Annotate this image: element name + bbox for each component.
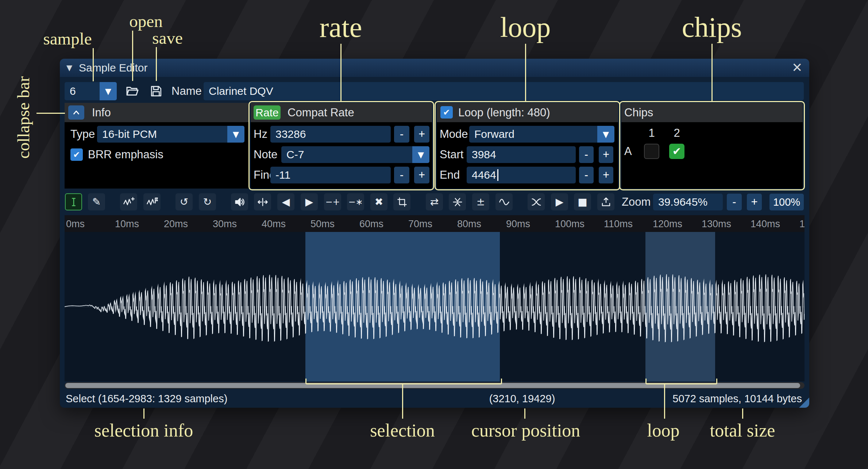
loop-enable-checkbox[interactable]: ✔ bbox=[440, 106, 453, 119]
redo-button[interactable]: ↻ bbox=[199, 193, 216, 210]
chips-panel: Chips 1 2 A ✔ bbox=[621, 103, 803, 189]
timeline-label: 20ms bbox=[164, 218, 188, 230]
rate-panel-title: Compat Rate bbox=[288, 103, 354, 122]
collapse-bar-button[interactable] bbox=[68, 105, 84, 120]
scrollbar-thumb[interactable] bbox=[65, 383, 800, 388]
redo-icon: ↻ bbox=[203, 196, 212, 208]
play-icon: ▶ bbox=[556, 196, 564, 208]
timeline-label: 50ms bbox=[310, 218, 335, 230]
draw-tool-button[interactable]: ✎ bbox=[88, 193, 105, 210]
sign-button[interactable]: ± bbox=[472, 193, 489, 210]
fine-input-value: -11 bbox=[275, 169, 290, 181]
zoom-reset-button[interactable]: 100% bbox=[769, 194, 804, 210]
zoom-plus-button[interactable]: + bbox=[747, 194, 762, 210]
resize-grip[interactable] bbox=[799, 398, 809, 408]
info-panel-title: Info bbox=[92, 103, 111, 122]
delete-button[interactable]: ✖ bbox=[370, 193, 387, 210]
fine-plus-button[interactable]: + bbox=[414, 167, 429, 183]
annotation-chips: chips bbox=[682, 11, 742, 44]
fade-in-button[interactable]: ◀ bbox=[277, 193, 294, 210]
amplify-button[interactable] bbox=[231, 193, 248, 210]
chip-1-checkbox[interactable] bbox=[644, 144, 659, 159]
fine-minus-button[interactable]: - bbox=[394, 167, 409, 183]
loop-start-minus-button[interactable]: - bbox=[579, 146, 594, 163]
annotation-total-size: total size bbox=[710, 420, 775, 441]
zoom-input[interactable]: 39.9645% bbox=[653, 194, 723, 210]
waveform-canvas[interactable] bbox=[65, 232, 805, 381]
chevron-down-icon[interactable]: ▼ bbox=[100, 82, 117, 100]
zoom-minus-button[interactable]: - bbox=[727, 194, 742, 210]
loop-end-input[interactable]: 4464 bbox=[467, 167, 576, 183]
chips-panel-title: Chips bbox=[624, 103, 653, 122]
fade-out-button[interactable]: ▶ bbox=[301, 193, 318, 210]
timeline-label: 90ms bbox=[506, 218, 530, 230]
hz-input[interactable]: 33286 bbox=[270, 126, 391, 143]
horizontal-scrollbar[interactable] bbox=[65, 382, 805, 389]
annotation-line bbox=[93, 48, 94, 81]
type-label: Type bbox=[70, 126, 95, 143]
note-dropdown[interactable]: C-7 ▼ bbox=[281, 146, 429, 163]
name-input[interactable]: Clarinet DQV bbox=[204, 82, 804, 100]
rate-mode-button[interactable]: Rate bbox=[254, 105, 281, 120]
upload-button[interactable] bbox=[597, 193, 614, 210]
annotation-loop-bottom: loop bbox=[647, 420, 680, 441]
hz-minus-button[interactable]: - bbox=[394, 126, 409, 143]
play-button[interactable]: ▶ bbox=[551, 193, 568, 210]
invert-button[interactable] bbox=[449, 193, 466, 210]
sign-icon: ± bbox=[477, 196, 485, 208]
type-dropdown[interactable]: 16-bit PCM ▼ bbox=[97, 126, 244, 143]
loop-panel-header: ✔ Loop (length: 480) bbox=[437, 103, 618, 122]
chevron-down-icon[interactable]: ▼ bbox=[227, 126, 244, 143]
apply-silence-button[interactable]: −∗ bbox=[347, 193, 364, 210]
sample-selector[interactable]: 6 ▼ bbox=[65, 82, 117, 100]
normalize-button[interactable] bbox=[254, 193, 271, 210]
chevron-up-icon bbox=[72, 108, 81, 117]
upload-icon bbox=[601, 197, 612, 208]
annotation-line bbox=[402, 384, 403, 419]
loop-start-plus-button[interactable]: + bbox=[599, 146, 613, 163]
timeline-label: 140ms bbox=[751, 218, 780, 230]
loop-panel: ✔ Loop (length: 480) Mode Forward ▼ Star… bbox=[437, 103, 618, 189]
filter-button[interactable] bbox=[495, 193, 513, 210]
resample-button[interactable] bbox=[143, 193, 161, 210]
fine-input[interactable]: -11 bbox=[270, 167, 391, 183]
close-icon[interactable]: × bbox=[792, 59, 802, 76]
chip-column-2-label: 2 bbox=[669, 126, 684, 140]
loop-start-input[interactable]: 3984 bbox=[467, 146, 576, 163]
brr-emphasis-checkbox[interactable]: ✔ bbox=[70, 148, 83, 161]
stop-button[interactable]: ■ bbox=[574, 193, 591, 210]
crossfade-button[interactable] bbox=[528, 193, 545, 210]
timeline-label: 60ms bbox=[359, 218, 383, 230]
window-title: Sample Editor bbox=[79, 59, 147, 77]
hz-plus-button[interactable]: + bbox=[414, 126, 429, 143]
insert-silence-button[interactable]: −+ bbox=[324, 193, 341, 210]
titlebar[interactable]: ▼ Sample Editor × bbox=[60, 59, 809, 77]
loop-end-plus-button[interactable]: + bbox=[599, 167, 613, 183]
annotation-selection-info: selection info bbox=[94, 420, 193, 441]
chevron-down-icon[interactable]: ▼ bbox=[412, 146, 429, 163]
window-collapse-icon[interactable]: ▼ bbox=[66, 59, 72, 77]
pencil-icon: ✎ bbox=[92, 196, 101, 208]
annotation-loop: loop bbox=[500, 11, 551, 44]
timeline-label: 100ms bbox=[555, 218, 585, 230]
info-panel-header: Info bbox=[65, 103, 250, 122]
filter-sine-icon bbox=[499, 197, 510, 208]
select-tool-button[interactable] bbox=[65, 193, 82, 210]
insert-silence-icon: −+ bbox=[325, 197, 340, 207]
timeline-ruler[interactable]: 0ms10ms20ms30ms40ms50ms60ms70ms80ms90ms1… bbox=[65, 215, 805, 232]
loop-mode-dropdown[interactable]: Forward ▼ bbox=[469, 126, 614, 143]
annotation-line bbox=[36, 113, 65, 114]
fade-in-icon: ◀ bbox=[282, 196, 290, 208]
resize-button[interactable] bbox=[120, 193, 137, 210]
reverse-button[interactable]: ⇄ bbox=[426, 193, 443, 210]
annotation-selection: selection bbox=[370, 420, 435, 441]
loop-end-minus-button[interactable]: - bbox=[579, 167, 594, 183]
trim-button[interactable] bbox=[393, 193, 410, 210]
crop-icon bbox=[397, 197, 407, 207]
waveform-area[interactable] bbox=[65, 232, 805, 381]
open-button[interactable] bbox=[123, 82, 142, 100]
undo-button[interactable]: ↺ bbox=[175, 193, 193, 210]
chevron-down-icon[interactable]: ▼ bbox=[597, 126, 614, 143]
save-button[interactable] bbox=[147, 82, 165, 100]
chip-2-checkbox[interactable]: ✔ bbox=[669, 144, 684, 159]
